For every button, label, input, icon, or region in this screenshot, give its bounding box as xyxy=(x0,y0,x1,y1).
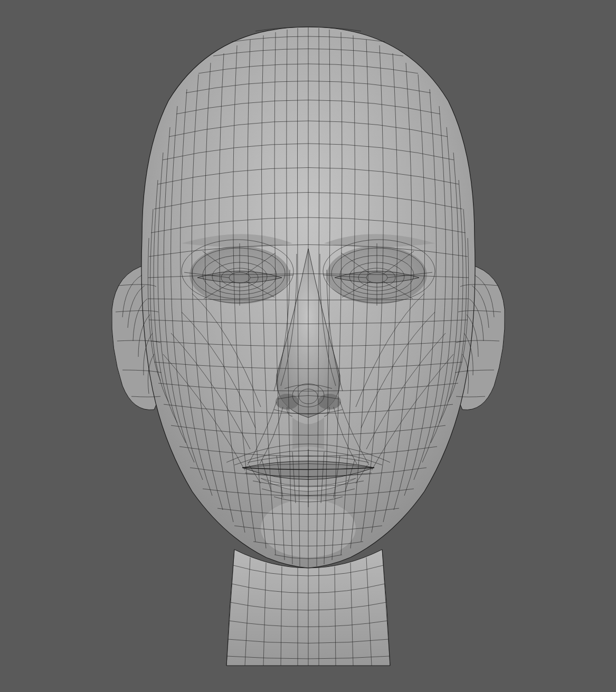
3d-viewport[interactable] xyxy=(0,0,616,692)
head-wireframe-model[interactable] xyxy=(65,16,551,676)
